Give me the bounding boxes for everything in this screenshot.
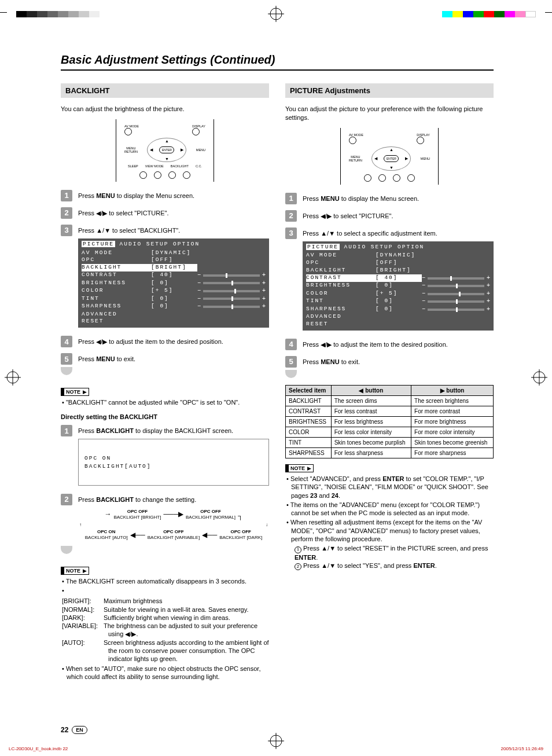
step-terminator xyxy=(61,367,72,375)
step-text: Press ▲/▼ to select a specific adjustmen… xyxy=(303,227,494,333)
registration-mark-icon xyxy=(531,369,547,387)
arrow-right-icon: → xyxy=(104,510,111,519)
footer-file: LC-20D30U_E_book.indb 22 xyxy=(9,746,68,751)
remote-button-icon xyxy=(393,174,400,182)
note-tag: NOTE▶ xyxy=(285,464,314,472)
step-number-icon: 3 xyxy=(61,225,72,236)
step-text: Press BACKLIGHT to display the BACKLIGHT… xyxy=(78,425,269,487)
remote-label-avmode: AV MODE xyxy=(124,124,139,128)
page-title: Basic Adjustment Settings (Continued) xyxy=(61,53,494,71)
sleep-button-icon xyxy=(139,171,147,179)
picture-heading: PICTURE Adjustments xyxy=(285,83,494,98)
enter-button-icon: ENTER xyxy=(384,155,399,162)
step-5: 5 Press MENU to exit. xyxy=(61,353,269,365)
language-badge: EN xyxy=(72,726,87,734)
picture-intro: You can adjust the picture to your prefe… xyxy=(285,105,494,122)
remote-label-bottom: SLEEP xyxy=(128,164,138,168)
step-text: Press ◀/▶ to adjust the item to the desi… xyxy=(303,339,448,349)
remote-button-icon xyxy=(378,174,386,182)
osd-picture-menu: PICTURE AUDIO SETUP OPTIONAV MODE[DYNAMI… xyxy=(303,241,494,331)
step-text: Press MENU to exit. xyxy=(303,356,360,366)
remote-label-menureturn: MENU RETURN xyxy=(349,155,362,162)
step-4: 4 Press ◀/▶ to adjust the item to the de… xyxy=(61,336,269,347)
step-terminator xyxy=(61,546,72,554)
note-list: Select "ADVANCED", and press ENTER to se… xyxy=(285,475,494,570)
grayscale-registration-bar xyxy=(16,11,100,17)
cc-button-icon xyxy=(183,171,190,179)
direct-step-1: 1 Press BACKLIGHT to display the BACKLIG… xyxy=(61,425,269,487)
note-item: The items on the "ADVANCED" menu (except… xyxy=(291,501,494,518)
note-item: When resetting all adjustment items (exc… xyxy=(291,518,494,570)
backlight-heading: BACKLIGHT xyxy=(61,83,269,98)
note-item: Select "ADVANCED", and press ENTER to se… xyxy=(291,475,494,500)
step-number-icon: 4 xyxy=(285,339,297,350)
flow-item: OPC ONBACKLIGHT [AUTO] xyxy=(85,529,128,541)
remote-panel: AV MODE DISPLAY MENU RETURN ▲ xyxy=(340,128,439,185)
avmode-button-icon xyxy=(349,137,356,144)
remote-panel: AV MODE DISPLAY MENU RETURN ▲ xyxy=(116,119,214,182)
note-list: The BACKLIGHT screen automatically disap… xyxy=(61,577,269,681)
step-text: Press BACKLIGHT to change the setting. →… xyxy=(78,494,269,544)
osd-mini-line: OPC ON xyxy=(84,454,263,462)
step-5: 5 Press MENU to exit. xyxy=(285,356,494,368)
step-text: Press MENU to display the Menu screen. xyxy=(78,190,194,200)
step-number-icon: 2 xyxy=(61,207,72,219)
note-list: "BACKLIGHT" cannot be adjusted while "OP… xyxy=(61,398,269,406)
viewmode-button-icon xyxy=(154,171,161,179)
enter-button-icon: ENTER xyxy=(159,146,174,153)
osd-mini: OPC ON BACKLIGHT[AUTO] xyxy=(78,439,269,486)
direct-step-2: 2 Press BACKLIGHT to change the setting.… xyxy=(61,494,269,544)
step-4: 4 Press ◀/▶ to adjust the item to the de… xyxy=(285,339,494,350)
color-registration-bar xyxy=(442,11,536,17)
remote-label-bottom: BACKLIGHT xyxy=(171,164,189,168)
print-footer: LC-20D30U_E_book.indb 22 2005/12/15 11:2… xyxy=(9,746,543,751)
flow-item: OPC OFFBACKLIGHT [DARK] xyxy=(219,529,262,541)
arrow-right-icon: ───▶ xyxy=(163,510,183,519)
arrow-left-icon: ◀── xyxy=(202,531,217,540)
step-text: Press ◀/▶ to select "PICTURE". xyxy=(303,210,393,221)
step-number-icon: 1 xyxy=(61,425,72,436)
note-tag: NOTE▶ xyxy=(61,388,89,396)
osd-backlight-menu: PICTURE AUDIO SETUP OPTIONAV MODE[DYNAMI… xyxy=(78,238,269,328)
avmode-button-icon xyxy=(124,128,132,135)
step-text: Press MENU to exit. xyxy=(78,353,135,364)
step-number-icon: 1 xyxy=(285,193,297,204)
dpad-icon: ▲ ▼ ◀ ▶ ENTER xyxy=(147,138,186,162)
substep: 2Press ▲/▼ to select "YES", and press EN… xyxy=(295,562,494,570)
step-1: 1 Press MENU to display the Menu screen. xyxy=(285,193,494,204)
columns: BACKLIGHT You can adjust the brightness … xyxy=(61,83,494,682)
step-text: Press MENU to display the Menu screen. xyxy=(303,193,419,203)
dpad-icon: ▲ ▼ ◀ ▶ ENTER xyxy=(371,146,411,171)
step-2: 2 Press ◀/▶ to select "PICTURE". xyxy=(285,210,494,222)
remote-label-bottom: VIEW MODE xyxy=(145,164,164,168)
right-column: PICTURE Adjustments You can adjust the p… xyxy=(285,83,494,682)
note-item: [BRIGHT]:Maximum brightness[NORMAL]:Suit… xyxy=(67,586,269,663)
backlight-mode-definitions: [BRIGHT]:Maximum brightness[NORMAL]:Suit… xyxy=(67,597,269,663)
page-content: Basic Adjustment Settings (Continued) BA… xyxy=(61,53,494,682)
flow-item: OPC OFFBACKLIGHT [VARIABLE] xyxy=(148,529,200,541)
remote-label-menu: MENU xyxy=(421,157,430,160)
backlight-intro: You can adjust the brightness of the pic… xyxy=(61,105,269,113)
arrow-up-icon: ↑ xyxy=(79,522,82,528)
registration-mark-icon xyxy=(5,369,21,387)
step-3: 3 Press ▲/▼ to select a specific adjustm… xyxy=(285,227,494,333)
remote-label-display: DISPLAY xyxy=(417,133,430,137)
remote-label-menureturn: MENU RETURN xyxy=(124,146,138,153)
remote-label-bottom: C.C. xyxy=(196,164,202,168)
step-number-icon: 2 xyxy=(61,494,72,505)
note-item: "BACKLIGHT" cannot be adjusted while "OP… xyxy=(67,398,269,406)
step-number-icon: 2 xyxy=(285,210,297,222)
step-text: Press ◀/▶ to adjust the item to the desi… xyxy=(78,336,223,346)
note-item: The BACKLIGHT screen automatically disap… xyxy=(67,577,269,585)
remote-diagram: AV MODE DISPLAY MENU RETURN ▲ xyxy=(61,119,269,182)
remote-label-display: DISPLAY xyxy=(192,124,205,128)
step-text: Press ◀/▶ to select "PICTURE". xyxy=(78,207,168,218)
display-button-icon xyxy=(417,137,424,144)
remote-button-icon xyxy=(364,174,371,182)
remote-diagram: AV MODE DISPLAY MENU RETURN ▲ xyxy=(285,128,494,185)
step-number-icon: 5 xyxy=(61,353,72,365)
registration-mark-icon xyxy=(268,6,284,23)
note-tag: NOTE▶ xyxy=(61,567,89,575)
step-number-icon: 1 xyxy=(61,190,72,201)
backlight-cycle-flow: → OPC OFFBACKLIGHT [BRIGHT] ───▶ OPC OFF… xyxy=(78,509,269,541)
